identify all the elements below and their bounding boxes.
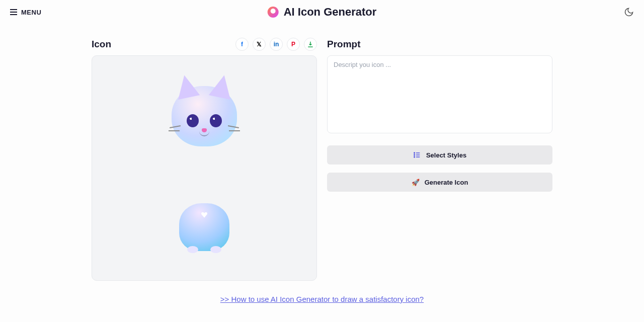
- generate-label: Generate Icon: [425, 179, 468, 186]
- app-logo-icon: [268, 7, 279, 18]
- facebook-icon: f: [241, 41, 243, 48]
- prompt-column: Prompt Select Styles 🚀 Generate Icon: [327, 36, 552, 281]
- icon-preview: [92, 55, 317, 281]
- share-pinterest-button[interactable]: P: [287, 38, 300, 51]
- share-twitter-button[interactable]: 𝕏: [253, 38, 266, 51]
- share-facebook-button[interactable]: f: [235, 38, 249, 51]
- app-header: MENU AI Icon Generator: [0, 0, 644, 24]
- download-icon: [307, 41, 314, 48]
- linkedin-icon: in: [274, 41, 279, 48]
- howto-link[interactable]: >> How to use AI Icon Generator to draw …: [92, 295, 552, 303]
- icon-column: Icon f 𝕏 in P: [92, 36, 317, 281]
- app-title: AI Icon Generator: [284, 6, 377, 19]
- svg-point-0: [414, 152, 415, 153]
- pinterest-icon: P: [291, 41, 295, 48]
- select-styles-button[interactable]: Select Styles: [327, 145, 552, 165]
- icon-heading: Icon: [92, 39, 111, 50]
- list-icon: [413, 151, 421, 159]
- x-icon: 𝕏: [257, 41, 262, 48]
- moon-icon: [624, 7, 634, 17]
- share-linkedin-button[interactable]: in: [270, 38, 283, 51]
- title-wrap: AI Icon Generator: [268, 6, 377, 19]
- prompt-column-header: Prompt: [327, 36, 552, 52]
- theme-toggle-button[interactable]: [624, 7, 634, 17]
- prompt-heading: Prompt: [327, 39, 361, 50]
- select-styles-label: Select Styles: [426, 151, 466, 159]
- download-button[interactable]: [304, 38, 317, 51]
- menu-label: MENU: [21, 9, 41, 16]
- share-row: f 𝕏 in P: [235, 38, 317, 51]
- svg-point-4: [414, 156, 415, 157]
- menu-button[interactable]: MENU: [10, 9, 41, 16]
- icon-column-header: Icon f 𝕏 in P: [92, 36, 317, 52]
- hamburger-icon: [10, 9, 17, 15]
- editor-row: Icon f 𝕏 in P: [92, 36, 552, 281]
- prompt-input[interactable]: [327, 55, 552, 133]
- main-panel: Icon f 𝕏 in P: [92, 36, 552, 322]
- preview-cat-illustration: [126, 76, 283, 260]
- rocket-icon: 🚀: [412, 179, 420, 186]
- svg-point-2: [414, 154, 415, 155]
- generate-icon-button[interactable]: 🚀 Generate Icon: [327, 173, 552, 192]
